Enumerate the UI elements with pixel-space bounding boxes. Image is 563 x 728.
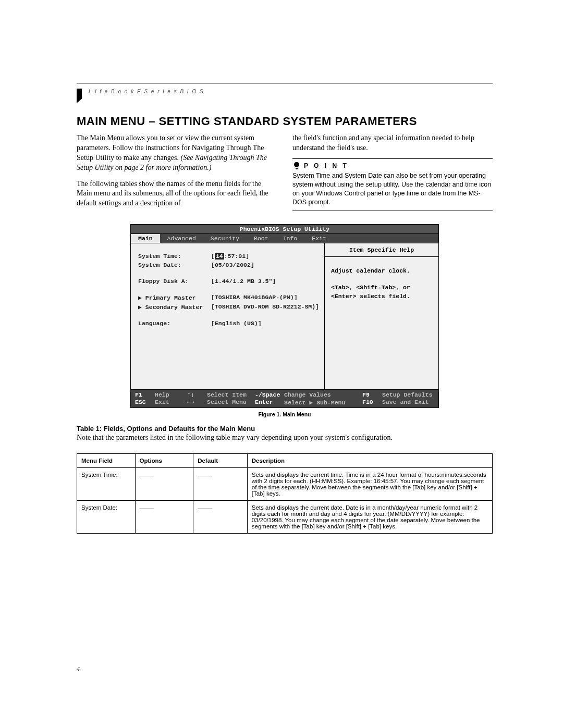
intro-right-column: the field's function and any special inf… (292, 133, 493, 211)
bios-tab-info[interactable]: Info (276, 234, 305, 243)
figure-caption: Figure 1. Main Menu (77, 411, 493, 417)
bios-footer: F1 Help ↑↓ Select Item -/Space Change Va… (131, 389, 438, 408)
bios-value-language[interactable]: [English (US)] (211, 320, 319, 327)
bios-screenshot: PhoenixBIOS Setup Utility Main Advanced … (130, 224, 439, 408)
bios-help-line3: <Enter> selects field. (331, 292, 432, 301)
table-title: Table 1: Fields, Options and Defaults fo… (77, 425, 493, 433)
bios-help-line1: Adjust calendar clock. (331, 266, 432, 275)
bios-help-pane: Item Specific Help Adjust calendar clock… (325, 243, 438, 389)
bios-key-f1: F1 (135, 391, 155, 398)
bios-value-floppy[interactable]: [1.44/1.2 MB 3.5"] (211, 278, 319, 285)
td-desc: Sets and displays the current date. Date… (247, 501, 492, 534)
bios-value-system-time[interactable]: [14:57:01] (211, 253, 319, 260)
td-field: System Time: (77, 468, 136, 501)
bios-tab-security[interactable]: Security (203, 234, 247, 243)
point-callout: P O I N T System Time and System Date ca… (292, 158, 493, 212)
td-default: —— (193, 468, 248, 501)
point-text: System Time and System Date can also be … (292, 171, 493, 212)
bios-label-select-menu: Select Menu (207, 399, 255, 406)
bios-label-help: Help (155, 391, 187, 398)
th-default: Default (193, 454, 248, 468)
table-note: Note that the parameters listed in the f… (77, 434, 493, 442)
td-default: —— (193, 501, 248, 534)
bios-key-space: -/Space (255, 391, 284, 398)
th-options: Options (135, 454, 193, 468)
bios-key-f10: F10 (362, 399, 382, 406)
td-desc: Sets and displays the current time. Time… (247, 468, 492, 501)
th-menu-field: Menu Field (77, 454, 136, 468)
bios-help-line2: <Tab>, <Shift-Tab>, or (331, 283, 432, 292)
intro-paragraph-2: The following tables show the names of t… (77, 179, 277, 209)
bios-tab-exit[interactable]: Exit (304, 234, 334, 243)
bios-label-exit: Exit (155, 399, 187, 406)
page-number: 4 (77, 665, 80, 673)
bios-key-enter: Enter (255, 399, 284, 406)
bios-title: PhoenixBIOS Setup Utility (131, 225, 438, 234)
bios-tab-boot[interactable]: Boot (247, 234, 276, 243)
table-row: System Date: —— —— Sets and displays the… (77, 501, 493, 534)
bios-field-primary-master[interactable]: ▶ Primary Master (138, 294, 211, 301)
svg-rect-0 (296, 168, 298, 169)
bios-fields-pane: System Time: [14:57:01] System Date: [05… (131, 243, 325, 389)
bios-label-change: Change Values (284, 391, 362, 398)
bios-value-primary-master: [TOSHIBA MK4018GAP-(PM)] (211, 294, 319, 301)
bios-key-f9: F9 (362, 391, 382, 398)
bios-label-submenu: Select ▶ Sub-Menu (284, 399, 362, 406)
intro-left-column: The Main Menu allows you to set or view … (77, 133, 277, 211)
bios-key-esc: ESC (135, 399, 155, 406)
fields-table: Menu Field Options Default Description S… (77, 453, 493, 534)
bios-value-secondary-master: [TOSHIBA DVD-ROM SD-R2212-SM)] (211, 303, 319, 311)
bios-help-title: Item Specific Help (325, 243, 438, 257)
bios-label-select-item: Select Item (207, 391, 255, 398)
table-row: System Time: —— —— Sets and displays the… (77, 468, 493, 501)
bios-field-floppy: Floppy Disk A: (138, 278, 211, 285)
section-title: MAIN MENU – SETTING STANDARD SYSTEM PARA… (77, 115, 493, 128)
bios-field-system-time: System Time: (138, 253, 211, 260)
bios-field-language: Language: (138, 320, 211, 327)
point-icon (292, 162, 301, 170)
bios-value-system-date[interactable]: [05/03/2002] (211, 262, 319, 268)
bios-tab-main[interactable]: Main (131, 234, 160, 243)
bios-key-updown: ↑↓ (187, 391, 207, 398)
td-field: System Date: (77, 501, 136, 534)
chapter-tab-icon (77, 89, 82, 103)
bios-key-leftright: ←→ (187, 399, 207, 406)
bios-field-secondary-master[interactable]: ▶ Secondary Master (138, 303, 211, 311)
bios-menubar: Main Advanced Security Boot Info Exit (131, 234, 438, 243)
point-label: P O I N T (304, 162, 349, 170)
bios-label-defaults: Setup Defaults (382, 391, 434, 398)
bios-tab-advanced[interactable]: Advanced (160, 234, 203, 243)
td-options: —— (135, 501, 193, 534)
intro-paragraph-3: the field's function and any special inf… (292, 133, 493, 153)
running-head: L i f e B o o k E S e r i e s B I O S (89, 89, 204, 94)
bios-label-save: Save and Exit (382, 399, 434, 406)
th-description: Description (247, 454, 492, 468)
td-options: —— (135, 468, 193, 501)
bios-field-system-date: System Date: (138, 262, 211, 268)
header-rule (77, 83, 493, 84)
